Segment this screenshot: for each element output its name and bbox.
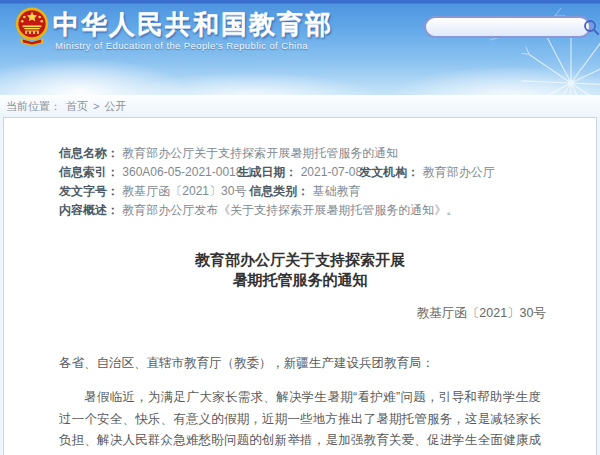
meta-row-docno: 发文字号： 教基厅函〔2021〕30号 信息类别： 基础教育 [59,182,596,201]
document-panel: 信息名称： 教育部办公厅关于支持探索开展暑期托管服务的通知 信息索引： 360A… [3,117,597,455]
meta-summary-label: 内容概述： [59,203,119,217]
meta-docno-label: 发文字号： [59,184,119,198]
meta-row-name: 信息名称： 教育部办公厅关于支持探索开展暑期托管服务的通知 [59,144,596,163]
meta-row-index: 信息索引： 360A06-05-2021-0018-1 生成日期： 2021-0… [59,163,596,182]
breadcrumb-link-public[interactable]: 公开 [104,99,126,114]
meta-name-value: 教育部办公厅关于支持探索开展暑期托管服务的通知 [122,146,398,160]
site-header: 中华人民共和国教育部 Ministry of Education of the … [0,0,600,95]
document-paragraph: 暑假临近，为满足广大家长需求、解决学生暑期“看护难”问题，引导和帮助学生度过一个… [59,387,541,455]
meta-summary-value: 教育部办公厅发布《关于支持探索开展暑期托管服务的通知》。 [122,203,458,217]
document-number: 教基厅函〔2021〕30号 [4,305,546,322]
document-salutation: 各省、自治区、直辖市教育厅（教委），新疆生产建设兵团教育局： [59,355,541,372]
meta-index-label: 信息索引： [59,165,119,179]
breadcrumb-separator: > [93,100,99,112]
meta-name-label: 信息名称： [59,146,119,160]
document-title-line2: 暑期托管服务的通知 [4,270,596,290]
document-title: 教育部办公厅关于支持探索开展 暑期托管服务的通知 [4,250,596,290]
breadcrumb: 当前位置： 首页 > 公开 [0,95,600,117]
document-meta: 信息名称： 教育部办公厅关于支持探索开展暑期托管服务的通知 信息索引： 360A… [59,144,596,220]
meta-agency-value: 教育部办公厅 [423,165,495,179]
meta-agency-label: 发文机构： [359,165,419,179]
breadcrumb-label: 当前位置： [6,99,61,114]
search-box[interactable] [424,16,591,38]
meta-row-summary: 内容概述： 教育部办公厅发布《关于支持探索开展暑期托管服务的通知》。 [59,201,596,220]
meta-date-label: 生成日期： [237,165,297,179]
meta-category-label: 信息类别： [249,184,309,198]
search-icon[interactable] [582,18,600,36]
meta-date-value: 2021-07-08 [301,165,362,179]
meta-docno-value: 教基厅函〔2021〕30号 [122,184,246,198]
meta-index-value: 360A06-05-2021-0018-1 [122,165,253,179]
site-subtitle: Ministry of Education of the People's Re… [55,40,308,51]
meta-category-value: 基础教育 [313,184,361,198]
national-emblem-icon [15,5,49,51]
search-input[interactable] [426,19,582,35]
site-title: 中华人民共和国教育部 [53,7,333,42]
dandelion-decoration [516,28,600,95]
breadcrumb-link-home[interactable]: 首页 [66,99,88,114]
document-title-line1: 教育部办公厅关于支持探索开展 [4,250,596,270]
